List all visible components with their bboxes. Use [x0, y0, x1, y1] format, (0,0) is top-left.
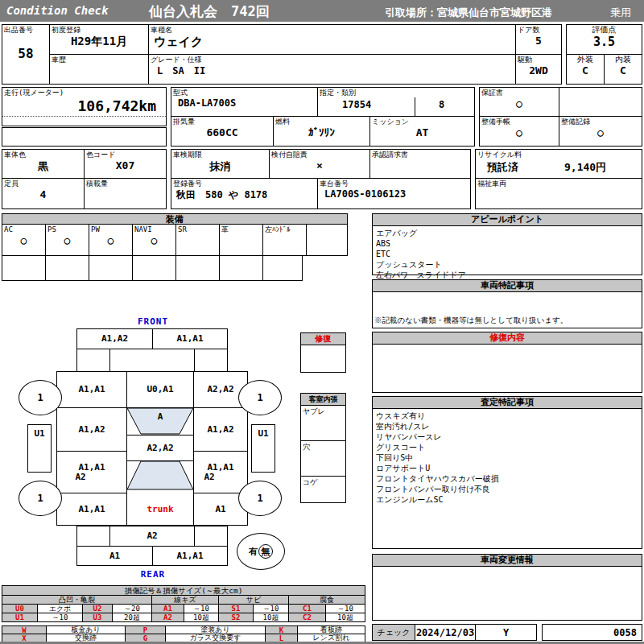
auction-title: 仙台入札会 742回: [149, 2, 270, 21]
panel-door-front-left: A1,A2: [56, 407, 127, 452]
list-line: エンジンルームSC: [376, 494, 638, 505]
equipment-empty-cell: [219, 255, 263, 281]
equipment-title: 装備: [2, 213, 348, 225]
panel-rear-bumper-left: A1: [76, 546, 153, 566]
interior-grade-label: 内装: [605, 55, 642, 64]
brand-label: Condition Check: [6, 4, 108, 17]
panel-door-front-right: A1,A2: [193, 407, 248, 452]
color-code-value: X07: [85, 159, 166, 171]
tire-rear-left: 1: [19, 481, 62, 516]
warranty-label: 保証書: [480, 88, 559, 97]
maintenance-record-cell: 整備記録 ○: [559, 116, 642, 147]
transmission-cell: ミッション AT: [369, 116, 475, 147]
exterior-grade-label: 外装: [567, 55, 604, 64]
legend-desc: ～10: [37, 613, 83, 622]
tire-front-right: 1: [238, 380, 282, 415]
equipment-label: [307, 225, 347, 226]
diagram-front-label: FRONT: [129, 316, 177, 327]
maintenance-record-label: 整備記録: [559, 117, 642, 126]
equipment-mark: ○: [2, 234, 45, 246]
equipment-label: AC: [2, 225, 45, 234]
pickup-location: 引取場所：宮城県仙台市宮城野区港: [385, 6, 552, 20]
equipment-cell-navi: NAVI○: [132, 224, 176, 256]
panel-sill-left: U1: [27, 424, 52, 473]
fuel-label: 燃料: [274, 117, 369, 126]
body-color-value: 黒: [2, 159, 84, 174]
drive-cell: 駆動 2WD: [515, 54, 562, 85]
equipment-empty-cell: [262, 255, 303, 281]
model-name-value: ウェイク: [149, 35, 515, 50]
fuel-value: ｶﾞｿﾘﾝ: [274, 126, 369, 138]
vehicle-notes-section: 車両特記事項 ※記載のない書類・機器等は無しとして取り扱います。: [372, 279, 642, 328]
mileage-extra-cell: [2, 127, 167, 147]
legend-desc: 20超: [112, 613, 152, 622]
check-mark-cell: Y: [475, 624, 537, 641]
rear-window-shape: [126, 460, 194, 490]
exterior-grade-cell: 外装 C: [566, 54, 605, 85]
maintenance-book-cell: 整備手帳 ○: [479, 116, 559, 147]
panel-taillight-right: [194, 526, 228, 547]
legend-desc: 10超: [184, 613, 219, 622]
mileage-label: 走行(現メーター): [2, 88, 166, 97]
equipment-label: 革: [220, 225, 262, 234]
transmission-label: ミッション: [370, 117, 474, 126]
spare-no-label-circled: 無: [258, 544, 273, 559]
trunk-label: trunk: [147, 504, 173, 514]
mileage-value: 106,742km: [2, 97, 166, 117]
spare-yes-label: 有: [249, 546, 258, 558]
legend-code: C2: [288, 613, 326, 622]
score-cell: 評価点 3.5: [566, 24, 642, 55]
list-line: プッシュスタート: [376, 259, 638, 270]
list-line: フロントバンパー取り付け不良: [376, 484, 638, 494]
inspection-label: 車検期限: [171, 150, 269, 159]
equipment-label: PW: [89, 225, 132, 234]
panel-headlight-left: [76, 349, 110, 372]
first-registration-label: 初度登録: [50, 25, 148, 35]
panel-door-rear-right: A1,A1 A2: [193, 451, 248, 493]
equipment-mark: ○: [133, 234, 175, 246]
cabin-interior-item-tear: ヤブレ: [301, 406, 345, 441]
vehicle-changes-title: 車両変更情報: [373, 555, 642, 567]
recycle-fee-cell: リサイクル料 預託済 9,140円: [475, 149, 642, 179]
model-name-label: 車種名: [149, 25, 515, 35]
auction-condition-sheet: { "header": { "brand": "Condition Check"…: [0, 0, 644, 644]
class-label: 指定・類別: [318, 88, 474, 97]
displacement-label: 排気量: [171, 117, 273, 126]
capacity-label: 定員: [2, 179, 84, 188]
legend-code: S2: [218, 613, 254, 622]
panel-fender-left: A1,A1: [56, 371, 127, 408]
panel-door-rear-left-line2: A2: [75, 473, 85, 482]
cabin-interior-item-burn: コゲ: [301, 477, 345, 509]
class-number-value: 17854: [342, 99, 371, 110]
approval-request-cell: 承認請求書: [369, 149, 471, 179]
load-capacity-cell: 積載量: [84, 178, 167, 209]
class-cell: 指定・類別 17854 8: [317, 87, 475, 117]
maintenance-book-label: 整備手帳: [480, 117, 559, 126]
list-line: エアバッグ: [376, 228, 638, 238]
equipment-empty-cell: [175, 255, 220, 281]
panel-front-bumper-left: A1,A2: [76, 328, 153, 349]
fuel-cell: 燃料 ｶﾞｿﾘﾝ: [273, 116, 370, 147]
panel-door-rear-right-line1: A1,A1: [207, 463, 233, 473]
sheet-number-cell: 0058: [542, 624, 642, 641]
equipment-label: NAVI: [133, 225, 175, 234]
list-line: ETC: [376, 249, 638, 259]
insurance-label: 検付自賠責: [270, 150, 369, 159]
repair-details-section: 修復内容: [372, 332, 642, 393]
legend-desc: 10超: [253, 613, 289, 622]
class-number2-value: 8: [439, 99, 444, 110]
model-code-label: 型式: [171, 88, 317, 97]
color-code-label: 色コード: [85, 150, 166, 159]
title-bar: Condition Check 仙台入札会 742回 引取場所：宮城県仙台市宮城…: [0, 0, 644, 22]
appeal-points-section: アピールポイント エアバッグABSETCプッシュスタート左右パワースライドドア: [372, 213, 642, 275]
doors-label: ドア数: [516, 25, 561, 35]
check-label-cell: チェック: [372, 624, 415, 641]
chassis-number-cell: 車台番号 LA700S-0106123: [317, 178, 471, 209]
equipment-empty-cell: [45, 255, 89, 281]
list-line: 室内汚れ/スレ: [376, 421, 638, 431]
spare-tire-marker: 有 無: [237, 533, 285, 570]
equipment-label: 左ﾊﾝﾄﾞﾙ: [263, 225, 306, 234]
inspection-cell: 車検期限 抹消: [171, 149, 270, 179]
equipment-cell-extra: [306, 224, 348, 256]
list-line: フロントタイヤハウスカバー破損: [376, 473, 638, 484]
